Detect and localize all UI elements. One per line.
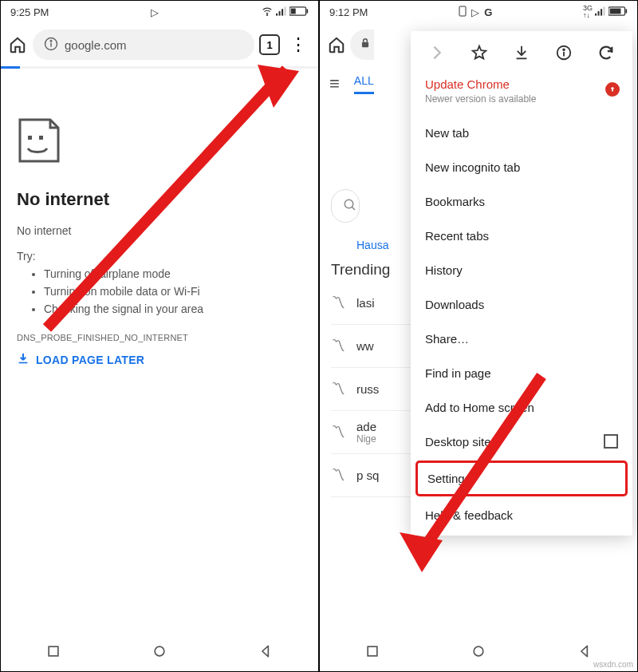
home-button[interactable] — [471, 643, 486, 662]
recent-apps-button[interactable] — [45, 643, 61, 662]
android-nav-bar — [320, 634, 637, 671]
svg-rect-25 — [362, 42, 368, 47]
menu-downloads[interactable]: Downloads — [411, 287, 632, 322]
omnibox[interactable]: google.com — [33, 30, 254, 60]
svg-rect-7 — [291, 8, 296, 14]
home-button[interactable] — [152, 643, 167, 662]
tip: Turning on mobile data or Wi-Fi — [44, 285, 302, 298]
trending-icon: 〽 — [331, 338, 345, 354]
svg-rect-1 — [276, 13, 278, 15]
phone-right: 9:12 PM ▷ G 3G↑↓ ≡ AL — [320, 1, 637, 671]
notification-icon — [459, 6, 467, 19]
error-heading: No internet — [17, 189, 302, 210]
svg-rect-2 — [278, 11, 280, 16]
trending-icon: 〽 — [331, 467, 345, 484]
svg-point-10 — [50, 40, 52, 42]
svg-rect-15 — [49, 646, 58, 656]
back-button[interactable] — [258, 643, 274, 662]
menu-new-incognito[interactable]: New incognito tab — [411, 150, 632, 184]
reload-icon[interactable] — [597, 44, 615, 65]
menu-settings[interactable]: Settings — [415, 461, 628, 496]
offline-doc-icon — [17, 117, 61, 164]
svg-point-26 — [345, 200, 353, 208]
menu-new-tab[interactable]: New tab — [411, 116, 632, 150]
google-icon: G — [484, 6, 492, 18]
status-bar: 9:25 PM ▷ — [1, 1, 318, 23]
try-label: Try: — [17, 250, 302, 263]
svg-rect-33 — [368, 646, 377, 656]
forward-icon[interactable] — [428, 44, 446, 65]
svg-point-0 — [266, 14, 267, 15]
svg-rect-4 — [284, 6, 286, 15]
tab-all[interactable]: ALL — [354, 74, 374, 94]
android-nav-bar — [1, 634, 318, 671]
tip: Checking the signal in your area — [44, 302, 302, 315]
svg-rect-28 — [517, 57, 527, 59]
hamburger-icon[interactable]: ≡ — [329, 73, 340, 94]
battery-icon — [608, 6, 628, 18]
signal-icon — [276, 6, 287, 18]
svg-point-34 — [474, 646, 483, 656]
status-time: 9:25 PM — [10, 6, 49, 18]
menu-add-home[interactable]: Add to Home screen — [411, 390, 632, 425]
svg-line-27 — [352, 207, 355, 210]
net-icon: 3G↑↓ — [583, 5, 593, 19]
svg-rect-12 — [39, 136, 43, 140]
svg-rect-20 — [601, 9, 602, 15]
svg-rect-17 — [459, 6, 466, 16]
star-icon[interactable] — [471, 44, 488, 65]
download-icon[interactable] — [513, 44, 530, 65]
svg-rect-3 — [282, 9, 283, 15]
error-tips: Turning off airplane mode Turning on mob… — [17, 267, 302, 315]
menu-find-in-page[interactable]: Find in page — [411, 356, 632, 390]
search-icon — [343, 198, 357, 215]
svg-rect-13 — [19, 362, 28, 364]
svg-rect-24 — [610, 8, 621, 14]
search-input[interactable] — [331, 189, 360, 223]
home-icon[interactable] — [326, 36, 347, 53]
wifi-icon — [261, 6, 274, 19]
menu-top-actions — [411, 38, 632, 74]
menu-update-chrome[interactable]: Update Chrome Newer version is available — [411, 74, 632, 116]
menu-bookmarks[interactable]: Bookmarks — [411, 184, 632, 219]
lock-icon — [360, 37, 371, 53]
tab-switcher[interactable]: 1 — [259, 34, 280, 55]
menu-desktop-site[interactable]: Desktop site — [411, 425, 632, 459]
svg-point-31 — [563, 49, 565, 50]
play-store-icon: ▷ — [471, 6, 479, 18]
error-code: DNS_PROBE_FINISHED_NO_INTERNET — [17, 333, 302, 342]
omnibox[interactable] — [350, 30, 374, 60]
menu-kebab-icon[interactable]: ⋮ — [285, 34, 312, 55]
browser-toolbar: google.com 1 ⋮ — [1, 23, 318, 66]
svg-rect-6 — [306, 9, 308, 13]
load-later-label: LOAD PAGE LATER — [36, 354, 144, 366]
trending-icon: 〽 — [331, 424, 345, 441]
error-sub: No internet — [17, 224, 302, 237]
back-button[interactable] — [577, 643, 593, 662]
trending-icon: 〽 — [331, 381, 345, 397]
home-icon[interactable] — [7, 36, 28, 53]
watermark: wsxdn.com — [593, 660, 633, 669]
menu-recent-tabs[interactable]: Recent tabs — [411, 219, 632, 253]
update-badge-icon — [605, 82, 620, 97]
svg-rect-23 — [625, 9, 627, 13]
signal-icon — [595, 6, 606, 18]
menu-share[interactable]: Share… — [411, 322, 632, 356]
play-store-icon: ▷ — [151, 6, 159, 18]
svg-rect-19 — [598, 11, 600, 16]
trending-icon: 〽 — [331, 294, 345, 311]
info-icon[interactable] — [555, 44, 573, 65]
status-time: 9:12 PM — [329, 6, 368, 18]
status-bar: 9:12 PM ▷ G 3G↑↓ — [320, 1, 637, 23]
load-page-later-button[interactable]: LOAD PAGE LATER — [17, 352, 302, 367]
overflow-menu: Update Chrome Newer version is available… — [411, 31, 632, 536]
omnibox-text: google.com — [65, 38, 127, 52]
update-title: Update Chrome — [425, 77, 618, 91]
menu-help[interactable]: Help & feedback — [411, 498, 632, 532]
recent-apps-button[interactable] — [364, 643, 380, 662]
menu-history[interactable]: History — [411, 253, 632, 287]
tip: Turning off airplane mode — [44, 267, 302, 280]
checkbox-icon[interactable] — [604, 434, 618, 449]
svg-rect-21 — [604, 6, 605, 15]
battery-icon — [289, 6, 309, 18]
